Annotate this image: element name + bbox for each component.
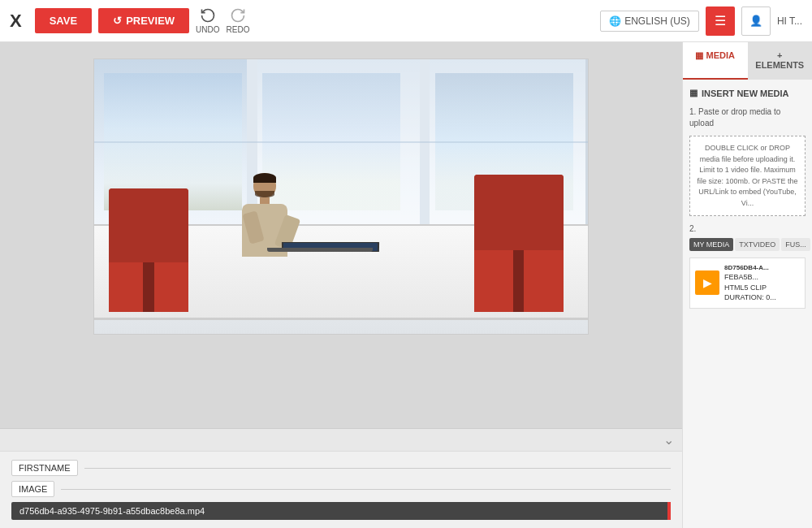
canvas-bottom-bar: ⌄ <box>0 428 682 451</box>
center-content: ⌄ FIRSTNAME IMAGE d756db4-a935-4975-9b91… <box>0 42 682 528</box>
media-sub-tabs: MY MEDIA TXTVIDEO FUS... <box>689 238 806 251</box>
film-icon: ▦ <box>689 88 698 98</box>
user-icon: 👤 <box>749 15 762 27</box>
user-greeting: HI T... <box>777 15 802 27</box>
user-avatar-button[interactable]: 👤 <box>741 6 771 36</box>
office-scene <box>94 59 588 334</box>
insert-new-media-button[interactable]: ▦ INSERT NEW MEDIA <box>689 88 806 98</box>
language-label: ENGLISH (US) <box>624 15 690 27</box>
step2-label: 2. <box>689 224 806 233</box>
canvas-area <box>0 42 682 428</box>
bottom-fields-area: FIRSTNAME IMAGE d756db4-a935-4975-9b91-a… <box>0 451 682 528</box>
media-item[interactable]: ▶ 8D756DB4-A... FEBA5B... HTML5 CLIP DUR… <box>689 258 806 309</box>
media-item-info: 8D756DB4-A... FEBA5B... HTML5 CLIP DURAT… <box>724 263 776 303</box>
firstname-field-row: FIRSTNAME <box>11 460 671 476</box>
main-area: ⌄ FIRSTNAME IMAGE d756db4-a935-4975-9b91… <box>0 42 812 528</box>
step1-text: 1. Paste or drop media to upload <box>689 106 806 129</box>
media-drop-zone[interactable]: DOUBLE CLICK or DROP media file before u… <box>689 136 806 216</box>
menu-button[interactable]: ☰ <box>706 6 735 36</box>
tab-media[interactable]: ▦ MEDIA <box>683 42 748 80</box>
sub-tab-my-media[interactable]: MY MEDIA <box>689 238 733 251</box>
preview-button[interactable]: ↺ PREVIEW <box>98 8 189 33</box>
language-selector[interactable]: 🌐 ENGLISH (US) <box>600 11 699 32</box>
chevron-down-icon[interactable]: ⌄ <box>663 432 674 448</box>
preview-icon: ↺ <box>113 15 122 27</box>
media-item-duration: DURATION: 0... <box>724 292 776 303</box>
sub-tab-txtvideo[interactable]: TXTVIDEO <box>735 238 780 251</box>
media-preview[interactable] <box>93 58 589 335</box>
panel-tabs: ▦ MEDIA + ELEMENTS <box>683 42 812 80</box>
sub-tab-fus[interactable]: FUS... <box>781 238 810 251</box>
media-preview-inner <box>94 59 588 334</box>
media-tab-icon: ▦ <box>695 50 703 60</box>
panel-content: ▦ INSERT NEW MEDIA 1. Paste or drop medi… <box>683 80 812 528</box>
film-clip-icon: ▶ <box>703 276 712 289</box>
save-button[interactable]: SAVE <box>35 8 92 33</box>
app-logo: X <box>10 11 22 32</box>
image-tag[interactable]: IMAGE <box>11 481 54 497</box>
undo-label: UNDO <box>196 25 219 34</box>
undo-button[interactable]: UNDO <box>196 7 219 34</box>
main-toolbar: X SAVE ↺ PREVIEW UNDO REDO 🌐 ENGLISH (US… <box>0 0 812 42</box>
tab-elements[interactable]: + ELEMENTS <box>748 42 813 80</box>
media-item-id: 8D756DB4-A... <box>724 263 776 272</box>
globe-icon: 🌐 <box>609 15 621 27</box>
redo-label: REDO <box>227 25 250 34</box>
image-field-row: IMAGE <box>11 481 671 497</box>
media-item-type: HTML5 CLIP <box>724 283 776 293</box>
right-panel: ▦ MEDIA + ELEMENTS ▦ INSERT NEW MEDIA 1.… <box>682 42 812 528</box>
media-thumbnail: ▶ <box>695 270 719 295</box>
firstname-tag[interactable]: FIRSTNAME <box>11 460 78 476</box>
redo-button[interactable]: REDO <box>227 7 250 34</box>
media-item-subtitle: FEBA5B... <box>724 272 776 283</box>
filename-bar: d756db4-a935-4975-9b91-a55dbac8be8a.mp4 <box>11 502 671 520</box>
